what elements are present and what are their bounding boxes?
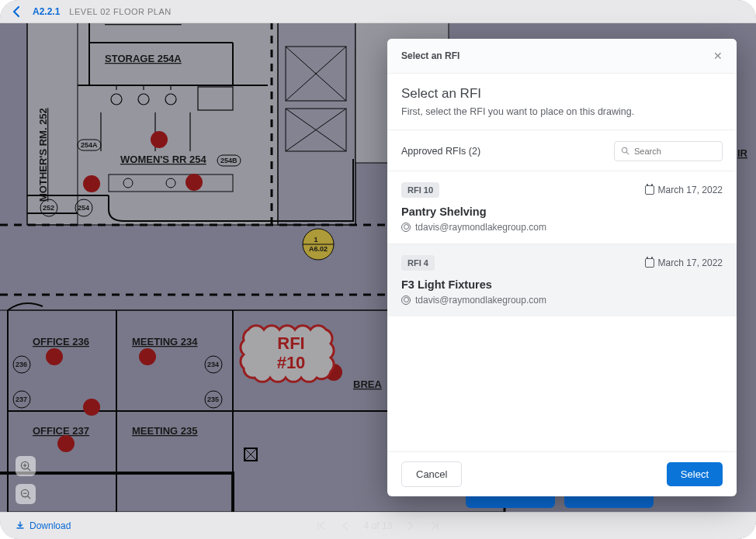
select-rfi-modal: Select an RFI ✕ Select an RFI First, sel… [387, 39, 737, 496]
rfi-author: tdavis@raymondlakegroup.com [415, 295, 546, 306]
svg-line-65 [27, 496, 30, 499]
search-box[interactable] [614, 141, 723, 161]
rfi-list-item[interactable]: RFI 10 March 17, 2022 Pantry Shelving td… [387, 171, 737, 244]
rfi-title: F3 Light Fixtures [401, 278, 723, 291]
person-icon [401, 295, 411, 305]
modal-close-button[interactable]: ✕ [713, 50, 723, 62]
viewer-bottombar: Download [0, 512, 756, 539]
select-button[interactable]: Select [667, 462, 723, 486]
viewer-topbar: A2.2.1 LEVEL 02 FLOOR PLAN [0, 0, 756, 23]
search-icon [621, 147, 629, 157]
svg-line-68 [626, 152, 629, 154]
person-icon [401, 223, 411, 232]
download-button[interactable]: Download [16, 520, 71, 531]
rfi-badge: RFI 10 [401, 182, 439, 198]
back-button[interactable] [9, 5, 23, 18]
svg-point-67 [622, 147, 626, 152]
rfi-date: March 17, 2022 [658, 257, 723, 268]
modal-header-title: Select an RFI [401, 50, 459, 61]
download-label: Download [29, 520, 71, 531]
download-icon [16, 521, 25, 530]
search-input[interactable] [634, 147, 716, 156]
modal-subtitle: First, select the RFI you want to place … [401, 106, 723, 117]
doc-title: LEVEL 02 FLOOR PLAN [69, 7, 171, 16]
zoom-in-button[interactable] [16, 456, 36, 476]
calendar-icon [645, 185, 654, 195]
calendar-icon [645, 258, 654, 268]
approved-rfis-label: Approved RFIs (2) [401, 146, 480, 157]
svg-line-61 [27, 468, 30, 471]
rfi-author: tdavis@raymondlakegroup.com [415, 222, 546, 233]
rfi-date: March 17, 2022 [658, 185, 723, 195]
rfi-list-item[interactable]: RFI 4 March 17, 2022 F3 Light Fixtures t… [387, 244, 737, 316]
rfi-badge: RFI 4 [401, 255, 435, 271]
cancel-button[interactable]: Cancel [401, 461, 462, 487]
modal-title: Select an RFI [401, 86, 723, 102]
doc-code[interactable]: A2.2.1 [33, 6, 60, 17]
rfi-title: Pantry Shelving [401, 206, 723, 218]
zoom-out-button[interactable] [16, 484, 36, 504]
